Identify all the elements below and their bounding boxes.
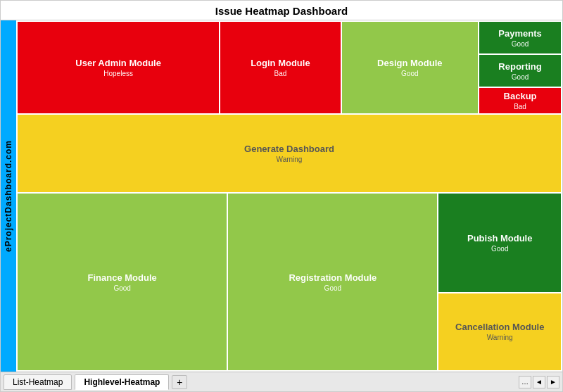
tab-add-button[interactable]: +: [172, 375, 187, 389]
heatmap-row-2: Generate Dashboard Warning: [18, 115, 561, 192]
heatmap-container: User Admin Module Hopeless Login Module …: [16, 20, 562, 372]
col-right-bottom: Pubish Module Good Cancellation Module W…: [438, 194, 561, 370]
cell-payments[interactable]: Payments Good: [479, 22, 561, 53]
tab-list-heatmap[interactable]: List-Heatmap: [4, 374, 72, 390]
dashboard-title: Issue Heatmap Dashboard: [1, 1, 562, 20]
cell-registration[interactable]: Registration Module Good: [228, 194, 437, 370]
title-text: Issue Heatmap Dashboard: [215, 5, 348, 17]
cell-design[interactable]: Design Module Good: [342, 22, 479, 113]
cell-reporting[interactable]: Reporting Good: [479, 55, 561, 87]
cell-login[interactable]: Login Module Bad: [220, 22, 340, 113]
cell-cancellation[interactable]: Cancellation Module Warning: [438, 293, 561, 370]
tab-dots-button[interactable]: …: [519, 376, 531, 388]
cell-user-admin[interactable]: User Admin Module Hopeless: [18, 22, 219, 113]
heatmap-row-1: User Admin Module Hopeless Login Module …: [18, 22, 561, 113]
main-area: eProjectDashboard.com User Admin Module …: [1, 20, 562, 372]
cell-backup[interactable]: Backup Bad: [479, 88, 561, 113]
col-right-top: Payments Good Reporting Good Backup Bad: [479, 22, 561, 113]
tab-highlevel-heatmap[interactable]: Highlevel-Heatmap: [75, 374, 169, 390]
tab-scroll-left-button[interactable]: ◄: [533, 376, 545, 388]
cell-finance[interactable]: Finance Module Good: [18, 194, 227, 370]
tab-scroll-right-button[interactable]: ►: [547, 376, 559, 388]
sidebar-label: eProjectDashboard.com: [1, 20, 16, 372]
app: Issue Heatmap Dashboard eProjectDashboar…: [0, 0, 563, 392]
cell-generate[interactable]: Generate Dashboard Warning: [18, 115, 561, 192]
tab-bar: List-Heatmap Highlevel-Heatmap + … ◄ ►: [1, 372, 562, 391]
cell-publish[interactable]: Pubish Module Good: [438, 194, 561, 292]
heatmap-row-3: Finance Module Good Registration Module …: [18, 194, 561, 370]
tab-scroll-buttons: … ◄ ►: [519, 376, 559, 388]
